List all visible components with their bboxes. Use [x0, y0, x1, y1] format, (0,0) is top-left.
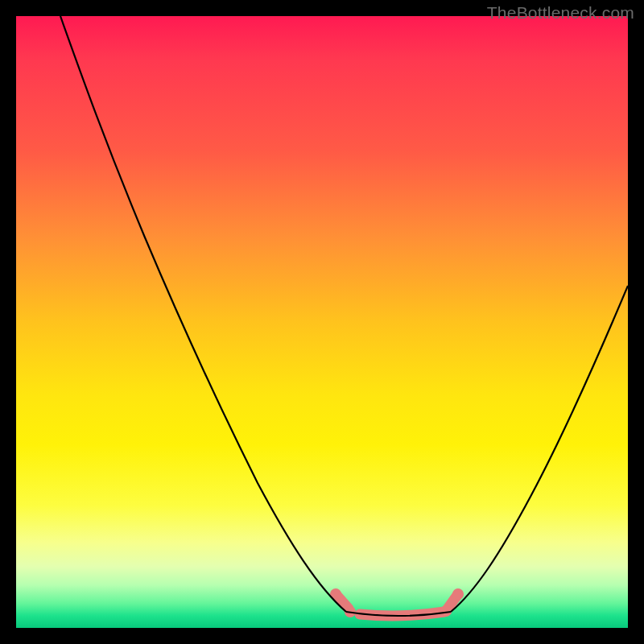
plot-area [16, 16, 628, 628]
right-curve [451, 286, 628, 612]
curve-layer [16, 16, 628, 628]
left-curve [60, 16, 346, 612]
chart-frame: TheBottleneck.com [0, 0, 644, 644]
svg-point-3 [452, 588, 464, 600]
watermark-label: TheBottleneck.com [487, 3, 634, 23]
